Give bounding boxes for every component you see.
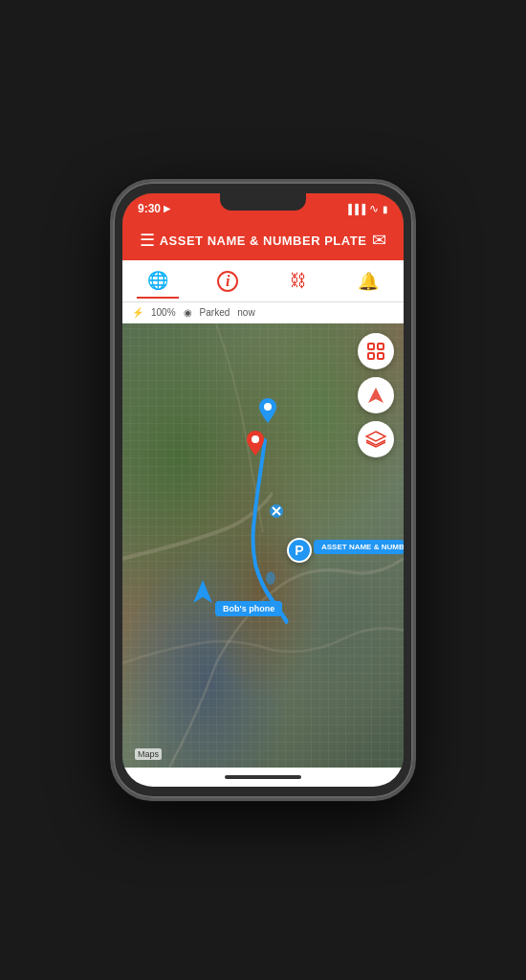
svg-rect-1	[368, 344, 374, 349]
bobs-phone-label[interactable]: Bob's phone	[215, 601, 282, 616]
battery-percent-label: 100%	[151, 307, 176, 318]
cross-marker	[269, 503, 284, 522]
tab-route[interactable]: ⛓	[277, 264, 319, 299]
svg-rect-4	[378, 353, 384, 359]
location-arrow-icon: ▶	[164, 204, 170, 213]
signal-icon: ▐▐▐	[345, 204, 365, 214]
svg-point-7	[252, 435, 259, 443]
gps-icon: ◉	[184, 307, 192, 318]
globe-icon: 🌐	[147, 270, 168, 291]
navigate-button[interactable]	[358, 377, 394, 413]
tab-bar: 🌐 i ⛓ 🔔	[122, 260, 404, 302]
svg-point-6	[264, 403, 272, 411]
parked-time: now	[237, 307, 254, 318]
layers-button[interactable]	[358, 421, 394, 457]
red-pin-icon	[247, 431, 264, 456]
header-title: ASSET NAME & NUMBER PLATE	[159, 234, 367, 248]
blue-pin-marker	[259, 398, 276, 423]
cross-icon	[269, 503, 284, 519]
parked-status: Parked	[200, 307, 230, 318]
time-display: 9:30	[138, 202, 161, 215]
notch	[220, 193, 306, 211]
status-strip: ⚡ 100% ◉ Parked now	[122, 302, 404, 323]
blue-pin-icon	[259, 398, 276, 423]
home-indicator	[225, 775, 301, 779]
phone-screen: 9:30 ▶ ▐▐▐ ∿ ▮ ☰ ASSET NAME & NUMBER PLA…	[122, 193, 404, 787]
tab-info[interactable]: i	[207, 264, 249, 299]
home-bar	[122, 768, 404, 787]
navigation-arrow	[193, 580, 212, 608]
svg-rect-3	[368, 353, 374, 359]
phone-shell: 9:30 ▶ ▐▐▐ ∿ ▮ ☰ ASSET NAME & NUMBER PLA…	[110, 179, 416, 801]
select-icon	[366, 342, 385, 361]
parking-marker: P	[287, 538, 312, 563]
wifi-icon: ∿	[369, 202, 379, 215]
asset-label-text: ASSET NAME & NUMBE	[321, 543, 404, 551]
svg-point-0	[266, 571, 275, 585]
tab-alerts[interactable]: 🔔	[347, 264, 389, 299]
asset-label[interactable]: ASSET NAME & NUMBE	[314, 540, 404, 554]
maps-logo: Maps	[132, 748, 162, 760]
app-header: ☰ ASSET NAME & NUMBER PLATE ✉	[122, 220, 404, 260]
select-button[interactable]	[358, 333, 394, 369]
tab-map[interactable]: 🌐	[137, 264, 179, 299]
battery-icon: ▮	[383, 204, 388, 214]
navigate-icon	[366, 386, 385, 405]
mail-icon[interactable]: ✉	[367, 230, 390, 251]
bobs-phone-text: Bob's phone	[223, 604, 274, 613]
svg-rect-2	[378, 344, 384, 349]
status-icons: ▐▐▐ ∿ ▮	[345, 202, 388, 215]
info-icon: i	[217, 271, 238, 292]
bell-icon: 🔔	[358, 271, 379, 292]
status-time: 9:30 ▶	[138, 202, 170, 215]
svg-marker-5	[368, 388, 384, 403]
red-pin-marker	[247, 431, 264, 456]
maps-logo-text: Maps	[135, 748, 162, 760]
menu-icon[interactable]: ☰	[136, 230, 159, 251]
nav-arrow-icon	[193, 580, 212, 603]
route-icon: ⛓	[290, 271, 307, 291]
battery-percent-icon: ⚡	[132, 307, 143, 318]
layers-icon	[365, 431, 386, 448]
svg-marker-11	[193, 580, 212, 603]
parking-icon: P	[295, 543, 303, 558]
map-buttons	[358, 333, 394, 457]
map-area[interactable]: P ASSET NAME & NUMBE Bob's phone Maps	[122, 323, 404, 768]
